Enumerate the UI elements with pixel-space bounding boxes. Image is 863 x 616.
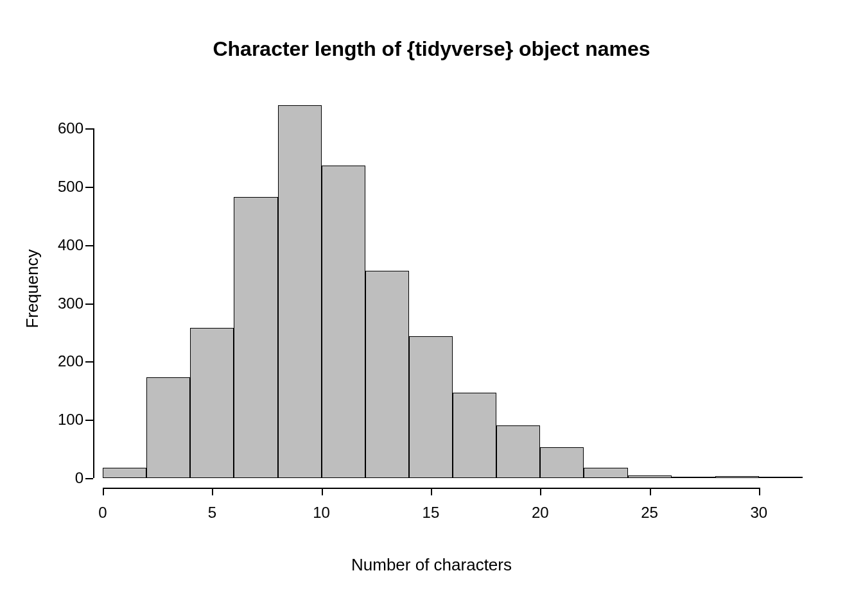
x-tick-label: 10 [302, 504, 341, 522]
histogram-bar [759, 477, 803, 478]
x-tick-label: 0 [83, 504, 122, 522]
x-tick-label: 5 [193, 504, 231, 522]
histogram-bar [672, 477, 715, 478]
x-tick [212, 488, 213, 495]
x-tick-label: 15 [412, 504, 450, 522]
y-tick-label: 400 [0, 236, 83, 254]
y-axis-line [93, 128, 94, 478]
y-tick-label: 200 [0, 352, 83, 370]
y-tick [85, 304, 93, 305]
histogram-bar [322, 166, 365, 478]
x-tick [540, 488, 541, 495]
y-tick [85, 187, 93, 188]
histogram-bar [365, 271, 409, 478]
x-tick-label: 20 [521, 504, 559, 522]
histogram-bar [409, 336, 453, 478]
y-tick [85, 478, 93, 479]
y-tick-label: 0 [0, 469, 83, 487]
histogram-bar [540, 447, 584, 478]
x-tick [103, 488, 104, 495]
x-tick-label: 30 [740, 504, 778, 522]
y-axis-label: Frequency [22, 250, 42, 329]
plot-area [103, 99, 803, 478]
histogram-bar [715, 476, 759, 478]
histogram-bar [278, 105, 322, 478]
chart-title: Character length of {tidyverse} object n… [0, 37, 863, 61]
x-tick [322, 488, 323, 495]
histogram-bar [234, 197, 277, 478]
x-tick [759, 488, 760, 495]
histogram-bar [496, 425, 540, 478]
x-tick-label: 25 [631, 504, 669, 522]
y-tick [85, 245, 93, 246]
x-axis-label: Number of characters [0, 555, 863, 575]
y-tick-label: 100 [0, 411, 83, 429]
y-tick-label: 500 [0, 178, 83, 196]
histogram-bar [584, 468, 627, 478]
histogram-bar [103, 468, 146, 478]
histogram-chart: Character length of {tidyverse} object n… [0, 0, 863, 616]
y-tick [85, 361, 93, 363]
y-tick [85, 128, 93, 130]
y-tick [85, 420, 93, 421]
y-tick-label: 600 [0, 119, 83, 137]
y-tick-label: 300 [0, 295, 83, 312]
histogram-bar [453, 393, 496, 478]
histogram-bar [190, 328, 234, 478]
x-tick [650, 488, 651, 495]
x-tick [431, 488, 432, 495]
histogram-bar [146, 377, 190, 478]
histogram-bar [628, 475, 672, 478]
